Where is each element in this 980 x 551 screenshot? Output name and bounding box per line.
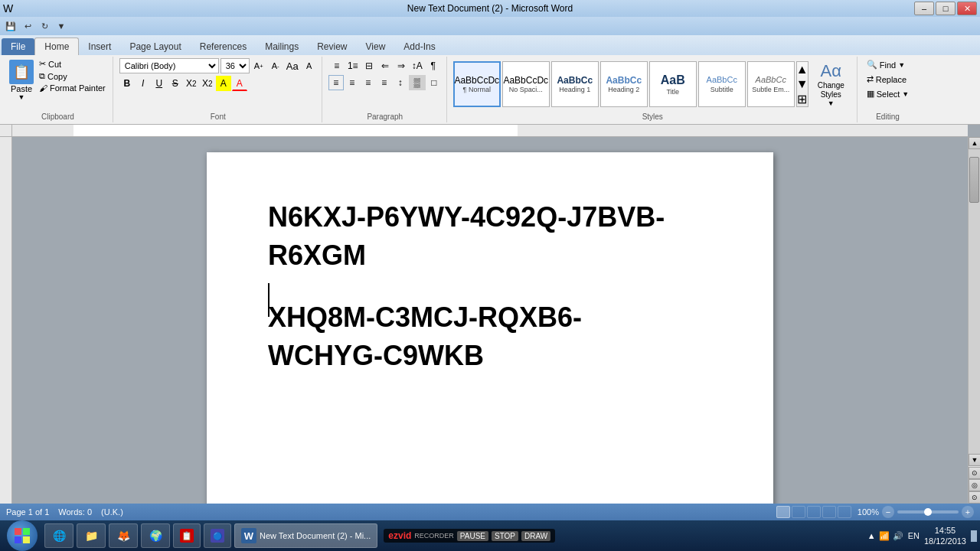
style-normal[interactable]: AaBbCcDc ¶ Normal bbox=[453, 61, 501, 107]
next-page-button[interactable]: ⊙ bbox=[969, 491, 980, 504]
style-subtle-emphasis-preview: AaBbCc bbox=[756, 75, 786, 85]
save-quick-button[interactable]: 💾 bbox=[3, 18, 18, 34]
tab-insert[interactable]: Insert bbox=[79, 38, 120, 55]
undo-quick-button[interactable]: ↩ bbox=[20, 18, 35, 34]
zoom-slider[interactable] bbox=[897, 510, 959, 514]
page-selector-button[interactable]: ◎ bbox=[969, 479, 980, 491]
language-indicator[interactable]: (U.K.) bbox=[101, 507, 123, 517]
bullets-button[interactable]: ≡ bbox=[329, 58, 345, 73]
align-left-button[interactable]: ≡ bbox=[328, 75, 344, 90]
scrollbar-thumb[interactable] bbox=[969, 157, 979, 203]
numbering-button[interactable]: 1≡ bbox=[345, 58, 361, 73]
justify-button[interactable]: ≡ bbox=[377, 75, 392, 90]
document-content[interactable]: N6KXJ-P6YWY-4C92Q-J7BVB- R6XGM XHQ8M-C3M… bbox=[268, 198, 712, 376]
taskbar-word[interactable]: W New Text Document (2) - Mi... bbox=[234, 523, 377, 548]
styles-scroll-button[interactable]: ▲ ▼ ⊞ bbox=[796, 61, 808, 107]
print-layout-view-button[interactable] bbox=[776, 506, 790, 518]
tab-home[interactable]: Home bbox=[34, 37, 79, 56]
minimize-button[interactable]: – bbox=[914, 2, 934, 15]
quick-access-arrow[interactable]: ▼ bbox=[54, 18, 69, 34]
subscript-button[interactable]: X2 bbox=[184, 76, 199, 91]
format-painter-button[interactable]: 🖌 Format Painter bbox=[37, 83, 108, 93]
copy-button[interactable]: ⧉ Copy bbox=[37, 70, 108, 82]
decrease-indent-button[interactable]: ⇐ bbox=[377, 58, 393, 73]
web-layout-view-button[interactable] bbox=[807, 506, 821, 518]
font-color-button[interactable]: A bbox=[232, 76, 247, 91]
paste-button[interactable]: 📋 Paste ▼ bbox=[8, 58, 35, 103]
scroll-up-button[interactable]: ▲ bbox=[969, 137, 980, 149]
taskbar-blue-app[interactable]: 🔵 bbox=[204, 523, 231, 548]
line-spacing-button[interactable]: ↕ bbox=[393, 75, 408, 90]
taskbar-chrome[interactable]: 🌍 bbox=[141, 523, 170, 548]
language-indicator-taskbar[interactable]: EN bbox=[908, 531, 920, 540]
superscript-button[interactable]: X2 bbox=[200, 76, 215, 91]
paste-dropdown-arrow[interactable]: ▼ bbox=[18, 93, 25, 101]
underline-button[interactable]: U bbox=[152, 76, 167, 91]
font-size-select[interactable]: 36 bbox=[220, 58, 250, 73]
font-shrink-button[interactable]: A- bbox=[268, 58, 283, 73]
text-effects-button[interactable]: A bbox=[302, 58, 317, 73]
page-info: Page 1 of 1 bbox=[6, 507, 49, 517]
zoom-out-button[interactable]: − bbox=[882, 506, 894, 518]
redo-quick-button[interactable]: ↻ bbox=[37, 18, 52, 34]
tray-arrow[interactable]: ▲ bbox=[867, 531, 876, 540]
full-screen-view-button[interactable] bbox=[792, 506, 805, 518]
ezvid-draw-button[interactable]: DRAW bbox=[521, 531, 550, 541]
change-styles-button[interactable]: Aα ChangeStyles ▼ bbox=[810, 58, 852, 110]
close-button[interactable]: ✕ bbox=[957, 2, 977, 15]
bold-button[interactable]: B bbox=[119, 76, 135, 91]
increase-indent-button[interactable]: ⇒ bbox=[394, 58, 409, 73]
text-highlight-button[interactable]: A bbox=[216, 76, 231, 91]
multilevel-list-button[interactable]: ⊟ bbox=[361, 58, 377, 73]
tab-add-ins[interactable]: Add-Ins bbox=[394, 38, 444, 55]
font-grow-button[interactable]: A+ bbox=[251, 58, 266, 73]
font-row-1: Calibri (Body) 36 A+ A- Aa A bbox=[119, 58, 317, 73]
outline-view-button[interactable] bbox=[822, 506, 836, 518]
start-button[interactable] bbox=[3, 522, 41, 549]
taskbar-ie[interactable]: 🌐 bbox=[44, 523, 74, 548]
sort-button[interactable]: ↕A bbox=[410, 58, 425, 73]
style-title[interactable]: AaB Title bbox=[649, 61, 697, 107]
vertical-scrollbar[interactable]: ▲ ▼ ⊙ ◎ ⊙ bbox=[968, 137, 980, 504]
taskbar-explorer[interactable]: 📁 bbox=[77, 523, 106, 548]
replace-button[interactable]: ⇄ Replace bbox=[864, 73, 910, 86]
word-page[interactable]: N6KXJ-P6YWY-4C92Q-J7BVB- R6XGM XHQ8M-C3M… bbox=[207, 152, 773, 504]
find-button[interactable]: 🔍 Find ▼ bbox=[864, 58, 908, 71]
tab-page-layout[interactable]: Page Layout bbox=[120, 38, 190, 55]
borders-button[interactable]: □ bbox=[426, 75, 442, 90]
style-subtle-emphasis[interactable]: AaBbCc Subtle Em... bbox=[747, 61, 795, 107]
document-scroll-area[interactable]: N6KXJ-P6YWY-4C92Q-J7BVB- R6XGM XHQ8M-C3M… bbox=[12, 137, 968, 504]
shading-button[interactable]: ▒ bbox=[409, 75, 426, 90]
taskbar-firefox[interactable]: 🦊 bbox=[109, 523, 138, 548]
tab-view[interactable]: View bbox=[357, 38, 395, 55]
show-desktop-button[interactable] bbox=[971, 530, 977, 542]
style-heading1[interactable]: AaBbCc Heading 1 bbox=[551, 61, 599, 107]
italic-button[interactable]: I bbox=[136, 76, 151, 91]
clear-format-button[interactable]: Aa bbox=[285, 58, 300, 73]
align-right-button[interactable]: ≡ bbox=[361, 75, 376, 90]
tab-file[interactable]: File bbox=[2, 38, 34, 55]
font-name-select[interactable]: Calibri (Body) bbox=[119, 58, 219, 73]
style-subtitle[interactable]: AaBbCc Subtitle bbox=[698, 61, 746, 107]
zoom-in-button[interactable]: + bbox=[962, 506, 974, 518]
draft-view-button[interactable] bbox=[838, 506, 851, 518]
taskbar-clipboard-app[interactable]: 📋 bbox=[173, 523, 201, 548]
tab-review[interactable]: Review bbox=[308, 38, 356, 55]
tab-references[interactable]: References bbox=[191, 38, 256, 55]
show-hide-button[interactable]: ¶ bbox=[426, 58, 441, 73]
prev-page-button[interactable]: ⊙ bbox=[969, 467, 980, 479]
tab-mailings[interactable]: Mailings bbox=[256, 38, 308, 55]
cut-button[interactable]: ✂ Cut bbox=[37, 58, 108, 70]
word-icon: W bbox=[3, 2, 13, 15]
ribbon-group-paragraph: ≡ 1≡ ⊟ ⇐ ⇒ ↕A ¶ ≡ ≡ ≡ ≡ ↕ ▒ □ Paragraph bbox=[324, 57, 447, 122]
scroll-down-button[interactable]: ▼ bbox=[969, 454, 980, 466]
style-no-spacing[interactable]: AaBbCcDc No Spaci... bbox=[502, 61, 550, 107]
select-button[interactable]: ▦ Select ▼ bbox=[864, 87, 913, 100]
scrollbar-track[interactable] bbox=[969, 149, 980, 454]
align-center-button[interactable]: ≡ bbox=[345, 75, 360, 90]
style-heading2[interactable]: AaBbCc Heading 2 bbox=[600, 61, 648, 107]
strikethrough-button[interactable]: S bbox=[168, 76, 183, 91]
ezvid-stop-button[interactable]: STOP bbox=[492, 531, 518, 541]
maximize-button[interactable]: □ bbox=[936, 2, 956, 15]
ezvid-pause-button[interactable]: PAUSE bbox=[457, 531, 488, 541]
